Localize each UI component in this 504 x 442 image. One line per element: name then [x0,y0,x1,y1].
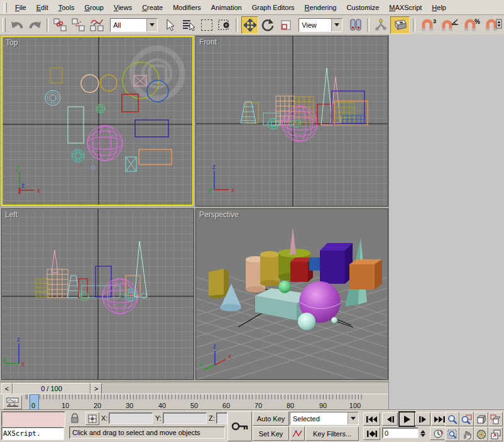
menu-modifiers[interactable]: Modifiers [168,2,206,13]
key-mode-selection-arrow[interactable] [348,412,358,424]
zoom-extents-all-button[interactable] [488,412,503,426]
selection-region-icon [201,19,212,31]
viewport-left-scene: z y x [2,209,194,379]
time-configuration-button[interactable] [430,427,446,440]
viewport-perspective[interactable]: Perspective [195,208,388,380]
menu-rendering[interactable]: Rendering [300,2,342,13]
viewport-left[interactable]: Left z y [1,208,194,380]
zoom-button[interactable] [445,412,459,426]
time-slider-next-button[interactable]: > [90,383,102,394]
select-and-link-button[interactable] [52,16,69,34]
spinner-snap-toggle-button[interactable] [483,16,503,34]
set-keys-button[interactable] [227,411,252,441]
region-zoom-button[interactable] [445,427,459,441]
undo-button[interactable] [9,16,26,34]
coordinate-system-arrow[interactable] [331,19,342,31]
zoom-extents-button[interactable] [474,412,488,426]
selection-filter-arrow[interactable] [146,19,157,31]
menu-customize[interactable]: Customize [341,2,384,13]
magnet-spinner-icon [485,18,502,32]
play-animation-button[interactable] [398,411,415,427]
svg-text:x: x [231,186,234,193]
time-config-icon [433,429,443,439]
select-object-button[interactable] [162,16,179,34]
viewport-top-label: Top [6,38,18,47]
menu-edit[interactable]: Edit [31,2,53,13]
menu-bar: File Edit Tools Group Views Create Modif… [0,0,504,15]
unlink-selection-button[interactable] [70,16,87,34]
viewport-area: Top [0,35,388,382]
pan-view-button[interactable] [459,427,474,441]
rotate-icon [261,18,275,32]
angle-snap-toggle-button[interactable] [440,16,460,34]
key-filters-button[interactable]: Key Filters... [305,426,359,441]
menu-file[interactable]: File [10,2,31,13]
magnet-percent-icon: % [463,18,480,32]
menu-views[interactable]: Views [109,2,137,13]
bind-to-space-warp-button[interactable] [88,16,106,34]
menu-tools[interactable]: Tools [53,2,80,13]
arc-rotate-icon [476,429,486,439]
default-in-out-tangents-button[interactable] [290,426,305,441]
key-icon [231,421,249,432]
menu-group[interactable]: Group [79,2,109,13]
ruler-ticks [25,394,364,399]
percent-snap-toggle-button[interactable]: % [461,16,481,34]
absolute-mode-toggle[interactable] [85,412,99,425]
z-coordinate-field[interactable] [216,412,227,424]
lock-icon [70,413,79,423]
snaps-toggle-3d-button[interactable]: 3 [419,16,439,34]
menu-graph-editors[interactable]: Graph Editors [247,2,300,13]
select-and-scale-button[interactable] [278,16,295,34]
toolbar-separator [236,18,238,32]
menu-help[interactable]: Help [427,2,451,13]
select-and-manipulate-button[interactable] [373,16,390,34]
selection-lock-toggle[interactable] [69,412,80,424]
use-pivot-point-center-button[interactable] [347,16,364,34]
keyboard-shortcut-override-toggle[interactable] [390,16,409,34]
selection-filter-dropdown[interactable]: All [110,18,158,32]
window-crossing-button[interactable] [216,16,233,34]
viewport-top[interactable]: Top [1,36,194,206]
y-coordinate-field[interactable] [163,412,207,424]
menu-create[interactable]: Create [137,2,168,13]
time-slider-prev-button[interactable]: < [1,383,13,394]
reference-coordinate-system-dropdown[interactable]: View [299,18,342,32]
track-bar-ruler[interactable]: 0 10 20 30 40 50 60 70 80 90 100 [25,394,388,410]
current-frame-field[interactable]: 0 [382,428,419,438]
redo-button[interactable] [26,16,43,34]
y-coordinate-label: Y: [155,414,162,422]
select-and-move-button[interactable] [241,16,258,34]
previous-frame-button[interactable] [382,412,398,426]
frame-spinner[interactable] [419,428,426,438]
arc-rotate-button[interactable] [474,427,488,441]
key-mode-selection-dropdown[interactable]: Selected [290,412,359,425]
x-coordinate-field[interactable] [109,412,153,424]
menu-animation[interactable]: Animation [206,2,247,13]
move-icon [244,19,256,31]
track-bar: 0 10 20 30 40 50 60 70 80 90 100 [0,394,388,410]
key-mode-toggle-button[interactable] [363,427,380,440]
min-max-toggle-button[interactable] [488,427,503,441]
rectangular-selection-region-button[interactable] [198,16,215,34]
zoom-icon [447,414,457,424]
menu-grip [4,3,7,13]
select-by-name-button[interactable] [180,16,197,34]
z-coordinate-label: Z: [209,414,215,422]
open-mini-curve-editor-button[interactable] [3,396,22,409]
viewport-front[interactable]: Front [195,36,388,207]
set-key-button[interactable]: Set Key [253,426,289,441]
min-max-toggle-icon [491,429,501,439]
go-to-start-button[interactable] [363,412,380,426]
zoom-all-icon [461,414,472,424]
status-bar: AXScript. X: Y: Z: Click and drag to sel… [0,409,504,442]
auto-key-button[interactable]: Auto Key [253,411,289,426]
menu-maxscript[interactable]: MAXScript [384,2,427,13]
time-slider-handle[interactable]: 0 / 100 [13,383,90,394]
unlink-icon [71,18,86,33]
maxscript-listener-pink[interactable] [1,411,65,427]
maxscript-listener-input[interactable]: AXScript. [1,427,64,440]
select-and-rotate-button[interactable] [260,16,277,34]
zoom-all-button[interactable] [459,412,474,426]
next-frame-button[interactable] [415,412,430,426]
